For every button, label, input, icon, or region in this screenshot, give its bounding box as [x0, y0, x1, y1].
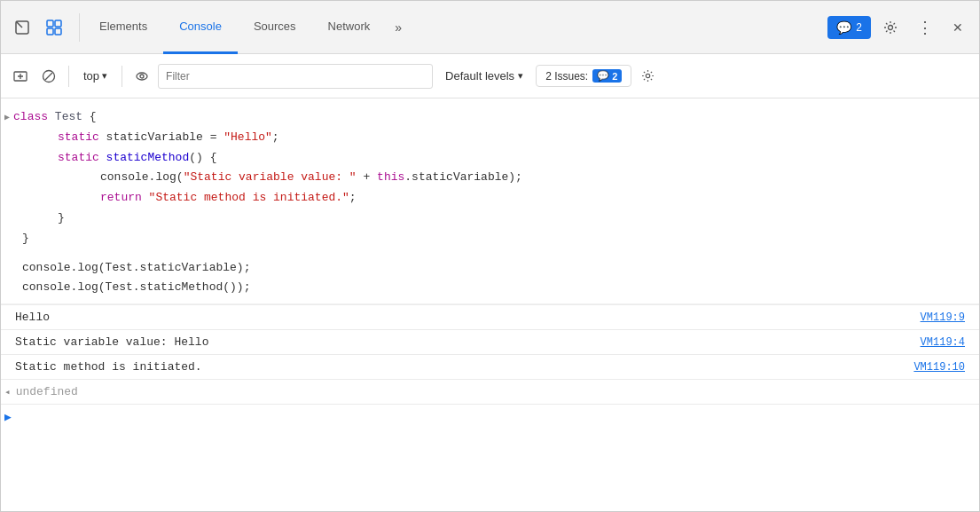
svg-rect-2	[55, 20, 61, 27]
chevron-down-icon: ▾	[102, 70, 107, 82]
devtools-icons	[8, 13, 80, 42]
code-line-7: }	[1, 229, 979, 249]
code-line-8: console.log(Test.staticVariable);	[1, 258, 979, 279]
issues-button[interactable]: 2 Issues: 💬 2	[536, 65, 631, 87]
toolbar-divider-1	[68, 66, 69, 87]
prompt-row[interactable]: ▶	[1, 404, 979, 429]
console-settings-button[interactable]	[635, 64, 660, 89]
tab-sources[interactable]: Sources	[238, 1, 312, 54]
tab-elements[interactable]: Elements	[83, 1, 163, 54]
tab-list: Elements Console Sources Network »	[83, 1, 827, 54]
log-levels-dropdown[interactable]: Default levels ▾	[436, 66, 532, 86]
levels-chevron-icon: ▾	[518, 70, 523, 82]
tab-network[interactable]: Network	[312, 1, 387, 54]
issues-count-badge: 💬 2	[592, 69, 622, 83]
code-line-4: console.log("Static variable value: " + …	[1, 168, 979, 188]
top-bar-right: 💬 2 ⋮ ✕	[827, 13, 972, 42]
create-live-expression-button[interactable]	[8, 64, 33, 89]
output-row-static-method: Static method is initiated. VM119:10	[1, 354, 979, 379]
undefined-row: ◂ undefined	[1, 379, 979, 404]
svg-point-10	[646, 74, 649, 77]
output-location-static-method[interactable]: VM119:10	[913, 361, 965, 374]
filter-input[interactable]	[158, 64, 433, 89]
settings-button[interactable]	[876, 13, 905, 42]
code-line-2: static staticVariable = "Hello";	[1, 128, 979, 148]
svg-point-9	[140, 75, 144, 78]
output-row-hello: Hello VM119:9	[1, 304, 979, 329]
output-text-hello: Hello	[15, 311, 50, 324]
chat-bubble-icon: 💬	[836, 20, 851, 35]
output-location-static-value[interactable]: VM119:4	[921, 336, 965, 349]
inspect-icon[interactable]	[40, 13, 68, 42]
return-arrow-icon: ◂	[4, 386, 11, 398]
eye-button[interactable]	[129, 64, 154, 89]
code-block: ▶ class Test { static staticVariable = "…	[1, 98, 979, 304]
svg-point-8	[137, 73, 147, 80]
clear-console-button[interactable]	[36, 64, 61, 89]
tab-more-button[interactable]: »	[386, 1, 411, 54]
code-line-3: static staticMethod() {	[1, 148, 979, 169]
console-toolbar: top ▾ Default levels ▾ 2 Issues: 💬 2	[1, 54, 979, 98]
code-line-1: ▶ class Test {	[1, 107, 979, 128]
output-row-static-value: Static variable value: Hello VM119:4	[1, 329, 979, 354]
output-location-hello[interactable]: VM119:9	[921, 311, 965, 324]
context-selector[interactable]: top ▾	[76, 66, 114, 86]
svg-rect-1	[47, 20, 53, 27]
code-line-9: console.log(Test.staticMethod());	[1, 278, 979, 298]
code-line-blank	[1, 249, 979, 258]
prompt-arrow-icon: ▶	[4, 410, 12, 424]
console-area: ▶ class Test { static staticVariable = "…	[1, 98, 979, 512]
issues-badge-button[interactable]: 💬 2	[827, 16, 871, 39]
top-bar: Elements Console Sources Network » 💬 2 ⋮	[1, 1, 979, 54]
output-text-static-method: Static method is initiated.	[15, 360, 202, 374]
code-line-5: return "Static method is initiated.";	[1, 188, 979, 209]
svg-rect-4	[55, 28, 61, 35]
tab-console[interactable]: Console	[163, 1, 238, 54]
expand-arrow[interactable]: ▶	[4, 111, 10, 125]
toolbar-divider-2	[122, 66, 122, 87]
code-line-6: }	[1, 209, 979, 229]
output-text-static-value: Static variable value: Hello	[15, 335, 208, 349]
cursor-icon[interactable]	[8, 13, 36, 42]
more-options-button[interactable]: ⋮	[910, 13, 938, 42]
undefined-text: undefined	[16, 385, 78, 398]
svg-rect-3	[47, 28, 53, 35]
close-button[interactable]: ✕	[944, 13, 972, 42]
svg-point-5	[889, 25, 893, 29]
